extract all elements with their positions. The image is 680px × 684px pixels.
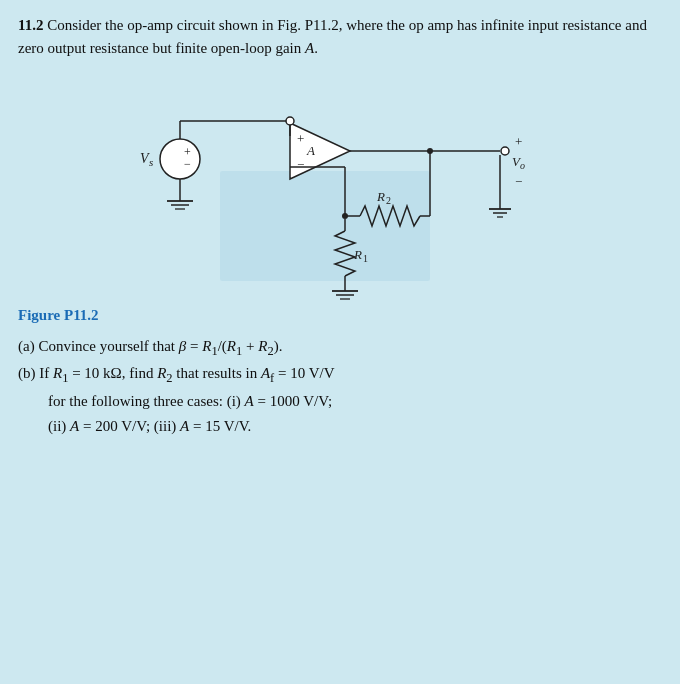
svg-text:s: s — [149, 156, 153, 168]
svg-text:+: + — [515, 134, 522, 149]
questions-section: (a) Convince yourself that β = R1/(R1 + … — [18, 334, 662, 439]
svg-text:R: R — [376, 189, 385, 204]
svg-text:1: 1 — [363, 253, 368, 264]
part-b-line2: for the following three cases: (i) A = 1… — [48, 389, 662, 414]
svg-text:−: − — [515, 174, 522, 189]
figure-area: + − A V o + − — [18, 71, 662, 301]
circuit-diagram: + − A V o + − — [100, 71, 580, 301]
figure-label: Figure P11.2 — [18, 307, 662, 324]
svg-text:−: − — [297, 157, 304, 172]
problem-number: 11.2 — [18, 17, 43, 33]
problem-statement: 11.2 Consider the op-amp circuit shown i… — [18, 14, 662, 61]
svg-text:R: R — [353, 247, 362, 262]
svg-rect-0 — [220, 171, 430, 281]
svg-point-37 — [286, 117, 294, 125]
svg-point-8 — [501, 147, 509, 155]
svg-text:2: 2 — [386, 195, 391, 206]
svg-text:+: + — [297, 131, 304, 146]
page-container: 11.2 Consider the op-amp circuit shown i… — [0, 0, 680, 684]
part-b-line1: (b) If R1 = 10 kΩ, find R2 that results … — [18, 361, 662, 389]
svg-text:o: o — [520, 160, 525, 171]
part-b-line3: (ii) A = 200 V/V; (iii) A = 15 V/V. — [48, 414, 662, 439]
svg-text:−: − — [184, 157, 191, 171]
svg-point-38 — [160, 139, 200, 179]
problem-description: Consider the op-amp circuit shown in Fig… — [18, 17, 647, 56]
svg-text:A: A — [306, 143, 315, 158]
part-a: (a) Convince yourself that β = R1/(R1 + … — [18, 334, 662, 362]
